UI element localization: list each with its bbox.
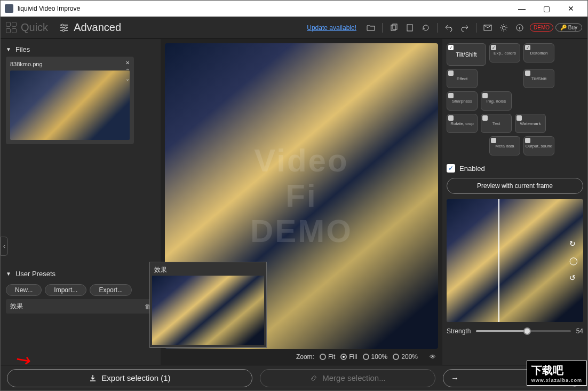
window-title: liquivid Video Improve	[18, 5, 80, 12]
thumbnail-image	[10, 71, 130, 140]
fx-tile-noise[interactable]: Img. noise	[481, 91, 512, 111]
app-icon	[5, 4, 13, 13]
strength-label: Strength	[447, 327, 471, 335]
merge-label: Merge selection...	[322, 373, 385, 382]
files-header-label: Files	[15, 45, 30, 53]
update-available-link[interactable]: Update available!	[307, 24, 356, 32]
zoom-100[interactable]: 100%	[363, 353, 388, 361]
compare-divider[interactable]	[498, 199, 499, 322]
paste-icon[interactable]	[405, 23, 415, 33]
svg-rect-5	[407, 25, 412, 31]
chevron-down-icon: ▼	[6, 271, 11, 277]
effects-grid: ✓Tilt/Shift ✓Exp., colors ✓Distoition Ef…	[447, 43, 583, 155]
strength-slider[interactable]	[476, 330, 570, 332]
titlebar: liquivid Video Improve — ▢ ✕	[1, 1, 587, 17]
enabled-toggle[interactable]: ✓ Enabled	[447, 164, 583, 173]
redo-icon[interactable]	[460, 23, 470, 33]
rotate-ccw-icon[interactable]: ↺	[569, 273, 578, 282]
svg-point-7	[502, 26, 505, 29]
fx-tile-distortion[interactable]: ✓Distoition	[523, 43, 554, 62]
fx-tile-output[interactable]: Output, sound	[523, 136, 554, 155]
save-label: Save to...	[539, 373, 573, 382]
fx-tile-sharpness[interactable]: Sharpness	[447, 91, 478, 111]
focus-point-icon[interactable]: ◯	[569, 256, 578, 265]
link-icon	[309, 374, 318, 382]
export-icon	[89, 374, 97, 382]
eye-icon[interactable]: 👁	[430, 353, 436, 361]
demo-watermark: Video Fi DEMO	[233, 143, 370, 249]
zoom-fit[interactable]: Fit	[320, 353, 335, 361]
sliders-icon[interactable]	[59, 22, 69, 33]
preset-export-button[interactable]: Export...	[90, 284, 132, 296]
mode-quick[interactable]: Quick	[21, 21, 48, 34]
bottom-bar: Export selection (1) Merge selection... …	[1, 365, 587, 390]
remove-file-icon[interactable]: ✕	[125, 60, 130, 66]
close-button[interactable]: ✕	[559, 1, 583, 17]
svg-point-2	[62, 29, 65, 32]
zoom-fill[interactable]: Fill	[340, 353, 357, 361]
right-panel: ✓Tilt/Shift ✓Exp., colors ✓Distoition Ef…	[442, 39, 587, 365]
merge-selection-button: Merge selection...	[260, 369, 435, 387]
chevron-down-icon: ▼	[6, 46, 11, 52]
strength-value: 54	[576, 327, 583, 335]
preset-new-button[interactable]: New...	[6, 284, 42, 296]
file-name: 838kmo.png	[10, 61, 130, 67]
left-panel: ▼ Files 838kmo.png ✕ ⌃ ⌄ ‹ ▼ U	[1, 39, 161, 365]
demo-badge[interactable]: DEMO	[530, 24, 553, 32]
preset-import-button[interactable]: Import...	[45, 284, 86, 296]
rotate-cw-icon[interactable]: ↻	[569, 239, 578, 248]
presets-header-label: User Presets	[15, 270, 55, 278]
fx-tile-tiltshift[interactable]: Tilt/Shift	[523, 69, 554, 88]
fx-tile-exp-colors[interactable]: ✓Exp., colors	[489, 43, 520, 62]
export-label: Export selection (1)	[101, 373, 170, 382]
enabled-label: Enabled	[459, 165, 485, 173]
info-icon[interactable]	[515, 23, 525, 33]
svg-point-1	[65, 27, 67, 29]
fx-tile-metadata[interactable]: Meta data	[489, 136, 520, 155]
buy-button[interactable]: 🔑 Buy	[555, 24, 582, 32]
file-thumbnail[interactable]: 838kmo.png ✕ ⌃ ⌄	[6, 57, 134, 144]
fx-tile-label: Tilt/Shift	[456, 51, 476, 58]
refresh-icon[interactable]	[421, 23, 431, 33]
undo-icon[interactable]	[444, 23, 454, 33]
mode-advanced[interactable]: Advanced	[74, 21, 121, 34]
minimize-button[interactable]: —	[510, 1, 534, 17]
copy-icon[interactable]	[389, 23, 399, 33]
collapse-left-handle[interactable]: ‹	[1, 237, 8, 256]
save-to-button[interactable]: → Save to...	[443, 369, 581, 387]
move-up-icon[interactable]: ⌃	[125, 68, 130, 74]
files-header[interactable]: ▼ Files	[6, 42, 155, 57]
fx-tile-text[interactable]: Text	[481, 114, 512, 133]
mail-icon[interactable]	[483, 23, 492, 33]
grid-icon[interactable]	[6, 22, 18, 34]
main-toolbar: Quick Advanced Update available! DEMO 🔑 …	[1, 17, 587, 39]
preview-frame-button[interactable]: Preview with current frame	[447, 178, 583, 194]
folder-open-icon[interactable]	[366, 23, 376, 33]
checkbox-icon[interactable]: ✓	[447, 164, 455, 173]
export-selection-button[interactable]: Export selection (1)	[7, 369, 252, 387]
preset-preview-title: 效果	[152, 264, 264, 276]
zoom-200[interactable]: 200%	[393, 353, 418, 361]
zoom-controls: Zoom: Fit Fill 100% 200% 👁	[165, 349, 438, 361]
maximize-button[interactable]: ▢	[534, 1, 559, 17]
effect-preview[interactable]: ↻ ◯ ↺	[447, 199, 583, 322]
gear-icon[interactable]	[499, 23, 508, 33]
fx-tile-watermark[interactable]: Watermark	[515, 114, 546, 133]
fx-tile-rotate[interactable]: Rotate, crop	[447, 114, 478, 133]
presets-header[interactable]: ▼ User Presets	[6, 267, 155, 281]
move-down-icon[interactable]: ⌄	[125, 76, 130, 82]
preset-item[interactable]: 效果 🗑	[6, 299, 155, 314]
preset-preview-image	[152, 276, 264, 345]
svg-point-0	[61, 24, 63, 26]
preset-preview-popup: 效果	[149, 262, 267, 348]
zoom-label: Zoom:	[296, 353, 314, 361]
fx-tile-effect[interactable]: Effect	[447, 69, 478, 88]
buy-label: Buy	[568, 25, 577, 30]
fx-tile-active[interactable]: ✓Tilt/Shift	[447, 43, 486, 66]
preset-item-label: 效果	[10, 302, 23, 311]
